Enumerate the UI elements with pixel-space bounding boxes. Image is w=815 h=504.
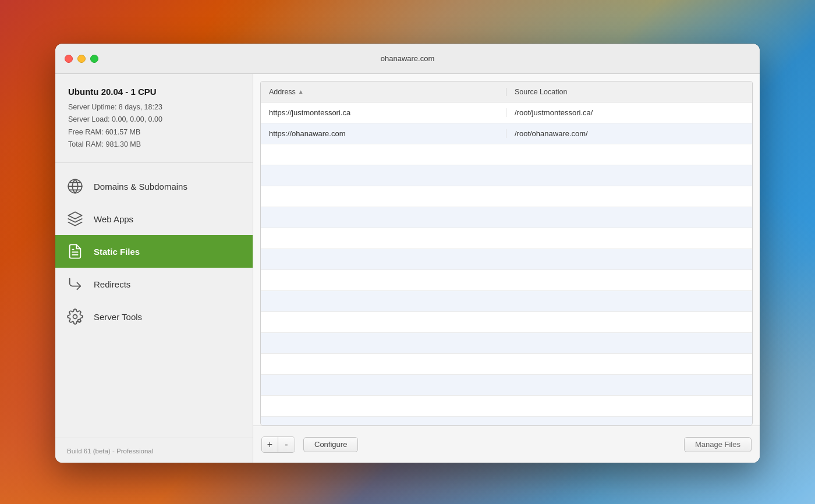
empty-row	[261, 144, 752, 165]
build-info: Build 61 (beta) - Professional	[67, 448, 153, 455]
cell-source-1: /root/ohanaware.com/	[506, 129, 752, 138]
sidebar: Ubuntu 20.04 - 1 CPU Server Uptime: 8 da…	[55, 74, 253, 463]
empty-row	[261, 207, 752, 228]
svg-point-4	[78, 320, 81, 322]
svg-point-3	[73, 315, 77, 319]
window-body: Ubuntu 20.04 - 1 CPU Server Uptime: 8 da…	[55, 74, 760, 463]
window-title: ohanaware.com	[381, 54, 435, 63]
sidebar-item-server-tools-label: Server Tools	[94, 312, 142, 322]
close-button[interactable]	[65, 55, 73, 63]
static-files-table: Address ▲ Source Location https://justmo…	[260, 81, 753, 425]
sort-arrow-icon: ▲	[298, 88, 304, 95]
minimize-button[interactable]	[77, 55, 86, 63]
table-body: https://justmontessori.ca /root/justmont…	[261, 102, 752, 425]
cube-icon	[66, 210, 84, 228]
sidebar-item-redirects-label: Redirects	[94, 279, 130, 289]
server-info: Ubuntu 20.04 - 1 CPU Server Uptime: 8 da…	[55, 74, 253, 163]
column-address: Address ▲	[261, 88, 506, 96]
empty-row	[261, 270, 752, 291]
sidebar-item-domains[interactable]: Domains & Subdomains	[55, 170, 253, 203]
empty-row	[261, 165, 752, 186]
table-row[interactable]: https://justmontessori.ca /root/justmont…	[261, 102, 752, 123]
add-button[interactable]: +	[262, 437, 278, 452]
redirect-icon	[66, 275, 84, 293]
sidebar-item-domains-label: Domains & Subdomains	[94, 182, 187, 191]
empty-row	[261, 354, 752, 375]
sidebar-item-redirects[interactable]: Redirects	[55, 268, 253, 300]
manage-files-button[interactable]: Manage Files	[684, 437, 752, 452]
gear-icon	[66, 307, 84, 326]
stat-free-ram: Free RAM: 601.57 MB	[68, 126, 241, 139]
table-row[interactable]: https://ohanaware.com /root/ohanaware.co…	[261, 123, 752, 144]
column-address-label: Address	[269, 88, 296, 96]
sidebar-item-static-files[interactable]: Static Files	[55, 235, 253, 268]
file-icon	[66, 242, 84, 261]
empty-row	[261, 417, 752, 425]
sidebar-item-static-files-label: Static Files	[94, 247, 140, 257]
globe-icon	[66, 177, 84, 196]
column-source-label: Source Location	[515, 88, 567, 96]
cell-address-0: https://justmontessori.ca	[261, 108, 506, 117]
empty-row	[261, 228, 752, 249]
nav-items: Domains & Subdomains Web Apps	[55, 163, 253, 438]
empty-row	[261, 249, 752, 270]
empty-row	[261, 396, 752, 417]
column-source: Source Location	[506, 88, 752, 96]
table-header: Address ▲ Source Location	[261, 81, 752, 102]
configure-button[interactable]: Configure	[303, 437, 358, 452]
sidebar-item-server-tools[interactable]: Server Tools	[55, 300, 253, 333]
sidebar-footer: Build 61 (beta) - Professional	[55, 438, 253, 463]
maximize-button[interactable]	[90, 55, 98, 63]
server-name: Ubuntu 20.04 - 1 CPU	[68, 87, 241, 97]
empty-row	[261, 186, 752, 207]
sidebar-item-web-apps-label: Web Apps	[94, 214, 133, 224]
traffic-lights	[65, 55, 98, 63]
stat-load: Server Load: 0.00, 0.00, 0.00	[68, 113, 241, 126]
cell-source-0: /root/justmontessori.ca/	[506, 108, 752, 117]
titlebar: ohanaware.com	[55, 44, 760, 74]
empty-row	[261, 312, 752, 333]
empty-row	[261, 375, 752, 396]
sidebar-item-web-apps[interactable]: Web Apps	[55, 203, 253, 235]
stat-total-ram: Total RAM: 981.30 MB	[68, 139, 241, 151]
empty-row	[261, 333, 752, 354]
bottom-toolbar: + - Configure Manage Files	[253, 425, 760, 463]
cell-address-1: https://ohanaware.com	[261, 129, 506, 138]
empty-row	[261, 291, 752, 312]
stat-uptime: Server Uptime: 8 days, 18:23	[68, 101, 241, 113]
add-remove-group: + -	[261, 436, 295, 453]
main-panel: Address ▲ Source Location https://justmo…	[253, 74, 760, 463]
remove-button[interactable]: -	[278, 437, 295, 452]
app-window: ohanaware.com Ubuntu 20.04 - 1 CPU Serve…	[55, 44, 760, 463]
